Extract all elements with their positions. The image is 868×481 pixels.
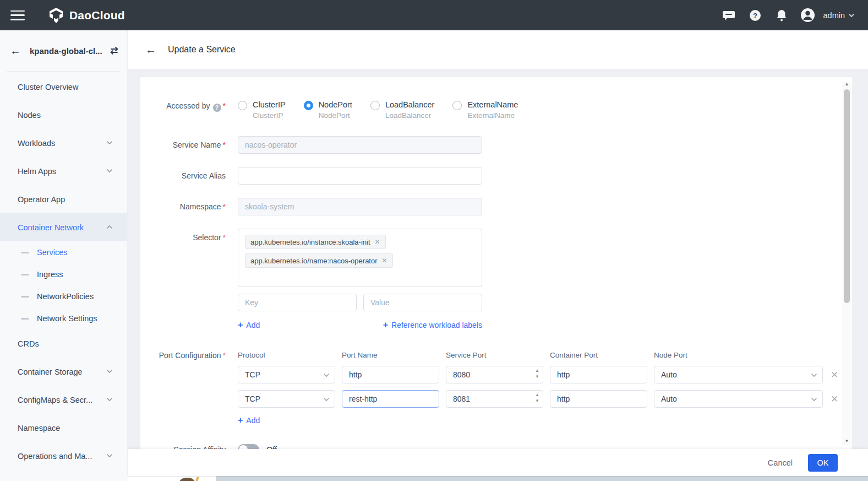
- selector-tags-box[interactable]: app.kubernetes.io/instance:skoala-init✕a…: [238, 229, 482, 287]
- sidebar-subitem-network-settings[interactable]: Network Settings: [0, 307, 127, 329]
- radio-option-externalname[interactable]: ExternalNameExternalName: [452, 100, 518, 120]
- help-icon[interactable]: ?: [742, 2, 768, 29]
- dash-icon: [21, 252, 29, 253]
- service-name-label: Service Name*: [140, 140, 238, 149]
- port-configuration-label: Port Configuration*: [140, 351, 238, 360]
- sidebar-item-cluster-overview[interactable]: Cluster Overview: [0, 73, 127, 101]
- avatar[interactable]: [795, 2, 821, 29]
- card-scrollbar[interactable]: ▲ ▼: [842, 82, 851, 445]
- user-menu-chevron-down-icon[interactable]: [848, 12, 855, 19]
- service-port-input[interactable]: [446, 390, 543, 408]
- remove-port-row-icon[interactable]: ✕: [829, 393, 839, 405]
- sidebar-item-configmaps-secr[interactable]: ConfigMaps & Secr...: [0, 386, 127, 414]
- sidebar-item-operations-and-ma[interactable]: Operations and Ma...: [0, 442, 127, 470]
- required-asterisk: *: [223, 101, 226, 110]
- radio-option-nodeport[interactable]: NodePortNodePort: [304, 100, 352, 120]
- radio-icon[interactable]: [452, 101, 462, 110]
- username[interactable]: admin: [823, 11, 845, 20]
- ok-button[interactable]: OK: [808, 454, 838, 472]
- hamburger-menu-icon[interactable]: [10, 10, 25, 20]
- port-name-input[interactable]: [342, 366, 439, 383]
- radio-label: ClusterIP: [253, 100, 286, 109]
- sidebar-subitem-ingress[interactable]: Ingress: [0, 263, 127, 285]
- message-icon[interactable]: [716, 2, 742, 29]
- cluster-name[interactable]: kpanda-global-cl...: [30, 46, 102, 56]
- radio-option-clusterip[interactable]: ClusterIPClusterIP: [238, 100, 286, 120]
- bell-icon[interactable]: [768, 2, 795, 29]
- service-port-stepper[interactable]: ▲▼: [446, 366, 543, 383]
- protocol-select-value[interactable]: [238, 390, 335, 408]
- selector-value-input[interactable]: [363, 294, 482, 311]
- service-port-stepper[interactable]: ▲▼: [446, 390, 543, 408]
- daocloud-logo-icon: [48, 7, 64, 24]
- service-port-input[interactable]: [446, 366, 543, 383]
- daocloud-logo[interactable]: DaoCloud: [48, 7, 125, 24]
- container-port-input[interactable]: [550, 366, 647, 383]
- accessed-by-help-icon[interactable]: ?: [213, 104, 221, 112]
- reference-workload-labels-button[interactable]: +Reference workload labels: [383, 320, 482, 330]
- selector-tag-text: app.kubernetes.io/name:nacos-operator: [250, 257, 378, 265]
- sidebar-item-helm-apps[interactable]: Helm Apps: [0, 157, 127, 185]
- sidebar-subitem-services[interactable]: Services: [0, 241, 127, 263]
- node-port-select[interactable]: [654, 366, 823, 383]
- required-asterisk: *: [223, 140, 226, 149]
- plus-icon: +: [383, 320, 388, 330]
- protocol-select-value[interactable]: [238, 366, 335, 383]
- chevron-down-icon: [106, 452, 113, 461]
- selector-key-input[interactable]: [238, 294, 357, 311]
- stepper-arrows[interactable]: ▲▼: [535, 392, 539, 404]
- page-title: Update a Service: [168, 45, 236, 55]
- radio-texts: LoadBalancerLoadBalancer: [385, 100, 435, 120]
- tag-remove-icon[interactable]: ✕: [375, 238, 380, 246]
- selector-add-button[interactable]: +Add: [238, 320, 260, 330]
- service-alias-label: Service Alias: [140, 171, 238, 180]
- service-alias-input[interactable]: [238, 167, 482, 185]
- port-add-button[interactable]: +Add: [238, 415, 260, 425]
- node-port-select-value[interactable]: [654, 390, 823, 408]
- radio-icon[interactable]: [370, 101, 380, 110]
- sidebar-item-nodes[interactable]: Nodes: [0, 101, 127, 129]
- sidebar-item-container-storage[interactable]: Container Storage: [0, 358, 127, 386]
- sidebar-item-label: Workloads: [18, 139, 55, 148]
- radio-selected-icon[interactable]: [304, 101, 313, 110]
- page-back-icon[interactable]: ←: [145, 44, 156, 55]
- stepper-down-icon[interactable]: ▼: [535, 374, 539, 380]
- sidebar-subitem-label: Ingress: [37, 270, 63, 279]
- sidebar-item-operator-app[interactable]: Operator App: [0, 185, 127, 213]
- radio-sublabel: LoadBalancer: [385, 111, 435, 120]
- node-port-select-value[interactable]: [654, 366, 823, 383]
- sidebar-item-label: CRDs: [18, 339, 39, 348]
- service-name-input[interactable]: [238, 136, 482, 154]
- stepper-down-icon[interactable]: ▼: [535, 398, 539, 404]
- radio-icon[interactable]: [238, 101, 247, 110]
- selector-label: Selector*: [140, 229, 238, 242]
- selector-tag: app.kubernetes.io/name:nacos-operator✕: [245, 253, 393, 268]
- port-name-input[interactable]: [342, 390, 439, 408]
- sidebar-item-workloads[interactable]: Workloads: [0, 129, 127, 157]
- scrollbar-thumb[interactable]: [844, 89, 850, 303]
- switch-cluster-icon[interactable]: [109, 46, 119, 55]
- remove-port-row-icon[interactable]: ✕: [829, 369, 839, 381]
- selector-tag: app.kubernetes.io/instance:skoala-init✕: [245, 235, 386, 249]
- scrollbar-up-arrow-icon[interactable]: ▲: [845, 82, 849, 88]
- sidebar-subitem-networkpolicies[interactable]: NetworkPolicies: [0, 285, 127, 307]
- namespace-input[interactable]: [238, 198, 482, 215]
- node-port-select[interactable]: [654, 390, 823, 408]
- stepper-up-icon[interactable]: ▲: [535, 392, 539, 398]
- container-port-input[interactable]: [550, 390, 647, 408]
- tag-remove-icon[interactable]: ✕: [382, 257, 387, 264]
- sidebar-item-label: Operations and Ma...: [18, 452, 92, 461]
- sidebar-item-container-network[interactable]: Container Network: [0, 213, 127, 241]
- scrollbar-down-arrow-icon[interactable]: ▼: [845, 439, 849, 445]
- dash-icon: [21, 318, 29, 320]
- sidebar-item-crds[interactable]: CRDs: [0, 329, 127, 358]
- stepper-arrows[interactable]: ▲▼: [535, 368, 539, 380]
- sidebar-item-namespace[interactable]: Namespace: [0, 414, 127, 442]
- stepper-up-icon[interactable]: ▲: [535, 368, 539, 374]
- protocol-select[interactable]: [238, 366, 335, 383]
- page-header: ← Update a Service: [128, 30, 868, 69]
- sidebar-back-icon[interactable]: ←: [10, 45, 21, 56]
- radio-option-loadbalancer[interactable]: LoadBalancerLoadBalancer: [370, 100, 435, 120]
- cancel-button[interactable]: Cancel: [768, 458, 793, 467]
- protocol-select[interactable]: [238, 390, 335, 408]
